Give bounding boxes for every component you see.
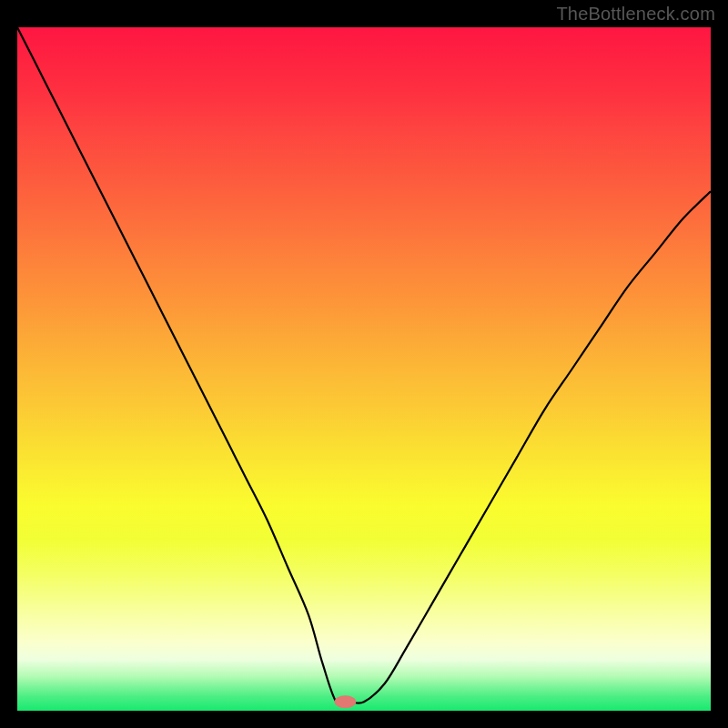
chart-frame: TheBottleneck.com xyxy=(0,0,728,728)
watermark-label: TheBottleneck.com xyxy=(556,4,715,25)
gradient-background xyxy=(17,27,711,711)
bottleneck-chart xyxy=(17,27,711,711)
plot-area xyxy=(17,27,711,711)
optimal-point-marker xyxy=(335,695,357,708)
